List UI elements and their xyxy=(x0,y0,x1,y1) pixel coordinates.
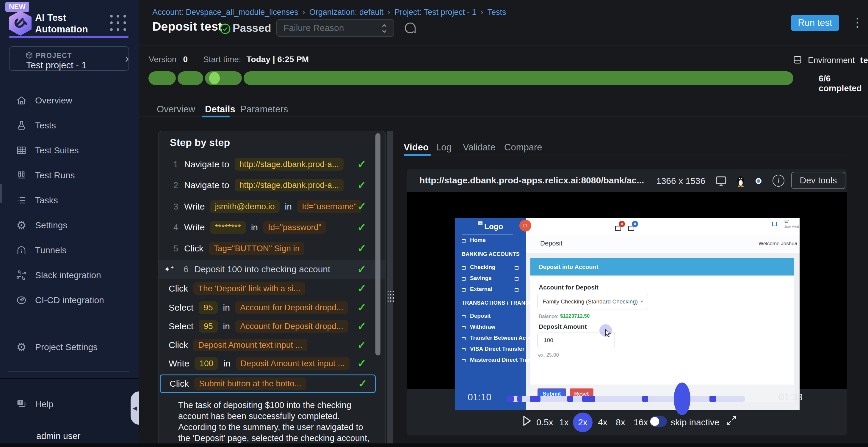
step-row-4[interactable]: 4 Write ******** in Id="password" ✓ xyxy=(159,218,386,237)
step-value-chip[interactable]: 95 xyxy=(199,301,217,314)
step-target-chip[interactable]: Account for Deposit dropd... xyxy=(235,301,348,314)
sidebar-item-settings[interactable]: ⚙ Settings xyxy=(16,213,128,238)
failure-reason-select[interactable]: Failure Reason xyxy=(276,19,394,37)
speed-0-5x[interactable]: 0.5x xyxy=(536,417,553,427)
sidebar-item-help[interactable]: ? Help xyxy=(16,392,128,417)
info-icon[interactable]: i xyxy=(773,175,784,187)
dev-tools-button[interactable]: Dev tools xyxy=(791,172,845,189)
substep-row-4[interactable]: Click Deposit Amount text input ... ✓ xyxy=(159,336,386,354)
panel-resize-divider[interactable] xyxy=(387,131,393,447)
tab-video[interactable]: Video xyxy=(404,142,429,153)
sidebar-item-cicd-integration[interactable]: CI-CD integration xyxy=(16,288,128,313)
substep-row-5[interactable]: Write 100 in Deposit Amount text input .… xyxy=(159,354,386,373)
sidebar-item-label: Tasks xyxy=(35,195,58,205)
step-target-chip[interactable]: Submit button at the botto... xyxy=(194,377,306,390)
playhead[interactable] xyxy=(674,382,690,415)
mouse-cursor-icon xyxy=(604,329,612,339)
bottom-strip xyxy=(0,443,868,447)
speed-4x[interactable]: 4x xyxy=(598,417,608,427)
play-icon[interactable] xyxy=(522,415,532,428)
progress-segment[interactable] xyxy=(178,71,203,85)
sidebar-item-project-settings[interactable]: ⚙ Project Settings xyxy=(16,335,128,359)
progress-segment[interactable] xyxy=(149,71,176,85)
balance-value: $1223712.50 xyxy=(560,313,590,319)
progress-segment[interactable] xyxy=(244,71,793,85)
progress-caption: 6/6 completed xyxy=(818,74,868,93)
step-value-chip[interactable]: http://stage.dbank.prod-a... xyxy=(235,179,344,192)
step-row-5[interactable]: 5 Click Tag="BUTTON" Sign in ✓ xyxy=(159,239,386,258)
substep-row-3[interactable]: Select 95 in Account for Deposit dropd..… xyxy=(159,317,386,336)
sidebar-item-test-suites[interactable]: Test Suites xyxy=(16,138,128,163)
step-target-chip[interactable]: Deposit Amount text input ... xyxy=(193,339,307,351)
sidebar-item-overview[interactable]: Overview xyxy=(16,88,128,113)
step-value-chip[interactable]: 95 xyxy=(199,320,217,333)
sidebar-item-test-runs[interactable]: Test Runs xyxy=(16,163,128,188)
fullscreen-icon[interactable] xyxy=(726,415,737,427)
user-name[interactable]: admin user xyxy=(36,431,80,441)
run-test-button[interactable]: Run test xyxy=(791,15,839,31)
sidebar-item-label: Test Runs xyxy=(35,170,75,180)
step-value-chip[interactable]: jsmith@demo.io xyxy=(210,200,279,213)
step-target-chip[interactable]: The 'Deposit' link with a si... xyxy=(193,282,305,295)
sidebar-item-tunnels[interactable]: Tunnels xyxy=(16,238,128,263)
step-value-chip[interactable]: ******** xyxy=(210,221,245,234)
step-row-3[interactable]: 3 Write jsmith@demo.io in Id="username" … xyxy=(159,197,386,216)
progress-segment[interactable] xyxy=(205,71,242,85)
kebab-menu-icon[interactable]: ⋮ xyxy=(851,15,863,29)
check-icon: ✓ xyxy=(357,320,366,333)
tab-validate[interactable]: Validate xyxy=(463,142,496,153)
step-target-chip[interactable]: Account for Deposit dropd... xyxy=(235,320,348,333)
bullet-icon xyxy=(462,315,466,318)
breadcrumb-account[interactable]: Account: Devspace_all_module_licenses xyxy=(152,8,298,17)
step-group-header[interactable]: ✦✦ 6 Deposit 100 into checking account ✓ xyxy=(159,260,386,279)
sidebar-accent-divider xyxy=(9,36,128,38)
sidebar-item-slack-integration[interactable]: Slack integration xyxy=(16,263,128,288)
tab-log[interactable]: Log xyxy=(436,142,452,153)
step-value-chip[interactable]: http://stage.dbank.prod-a... xyxy=(235,158,344,171)
speed-8x[interactable]: 8x xyxy=(616,417,625,427)
speed-2x-active[interactable]: 2x xyxy=(573,413,593,432)
tunnel-icon xyxy=(16,244,27,256)
video-timeline[interactable] xyxy=(507,396,745,402)
tab-compare[interactable]: Compare xyxy=(504,142,542,153)
substep-row-1[interactable]: Click The 'Deposit' link with a si... ✓ xyxy=(159,279,386,298)
step-target-chip[interactable]: Id="username" xyxy=(297,200,362,213)
step-value-chip[interactable]: 100 xyxy=(194,357,218,370)
speed-1x[interactable]: 1x xyxy=(559,417,569,427)
project-selector[interactable]: PROJECT Test project - 1 › xyxy=(9,46,129,71)
breadcrumb-organization[interactable]: Organization: default xyxy=(309,8,383,17)
table-grid-icon xyxy=(16,144,27,156)
apps-grid-icon[interactable] xyxy=(110,15,127,32)
step-target-chip[interactable]: Id="password" xyxy=(263,221,326,234)
video-url: http://stage.dbank.prod-apps.relicx.ai:8… xyxy=(420,175,644,185)
steps-scrollbar-thumb[interactable] xyxy=(375,133,380,355)
step-row-1[interactable]: 1 Navigate to http://stage.dbank.prod-a.… xyxy=(159,155,386,174)
step-target-chip[interactable]: Tag="BUTTON" Sign in xyxy=(209,242,304,255)
start-time-value: Today | 6:25 PM xyxy=(247,55,309,64)
step-in: in xyxy=(223,303,230,313)
infinity-icon xyxy=(16,294,27,306)
video-screen[interactable]: Logo Home BANKING ACCOUNTS Checking Savi… xyxy=(407,192,847,389)
sidebar-scrollbar[interactable] xyxy=(0,184,2,203)
amount-hint: ex. 25.00 xyxy=(538,352,559,358)
sidebar-collapse-handle[interactable]: ◀ xyxy=(131,391,139,425)
step-number: 3 xyxy=(165,202,178,212)
sidebar-item-tasks[interactable]: Tasks xyxy=(16,188,128,213)
breadcrumb-project[interactable]: Project: Test project - 1 xyxy=(395,8,476,17)
substep-row-6-selected[interactable]: Click Submit button at the botto... ✓ xyxy=(160,375,376,393)
step-row-2[interactable]: 2 Navigate to http://stage.dbank.prod-a.… xyxy=(159,176,386,194)
account-select-value: Family Checking (Standard Checking) xyxy=(542,299,638,305)
speed-16x[interactable]: 16x xyxy=(633,417,648,427)
step-target-chip[interactable]: Deposit Amount text input ... xyxy=(236,357,349,370)
tab-parameters[interactable]: Parameters xyxy=(240,104,288,115)
sidebar-item-tests[interactable]: Tests xyxy=(16,113,128,138)
tab-details[interactable]: Details xyxy=(205,104,235,115)
tab-overview[interactable]: Overview xyxy=(157,104,195,115)
comment-icon[interactable] xyxy=(404,22,417,36)
drag-grip-icon xyxy=(388,291,392,302)
sidebar-item-label: Project Settings xyxy=(35,342,98,352)
steps-heading: Step by step xyxy=(170,137,230,148)
substep-row-2[interactable]: Select 95 in Account for Deposit dropd..… xyxy=(159,299,386,317)
breadcrumb-tests[interactable]: Tests xyxy=(488,8,506,17)
skip-inactive-toggle[interactable] xyxy=(650,416,667,427)
